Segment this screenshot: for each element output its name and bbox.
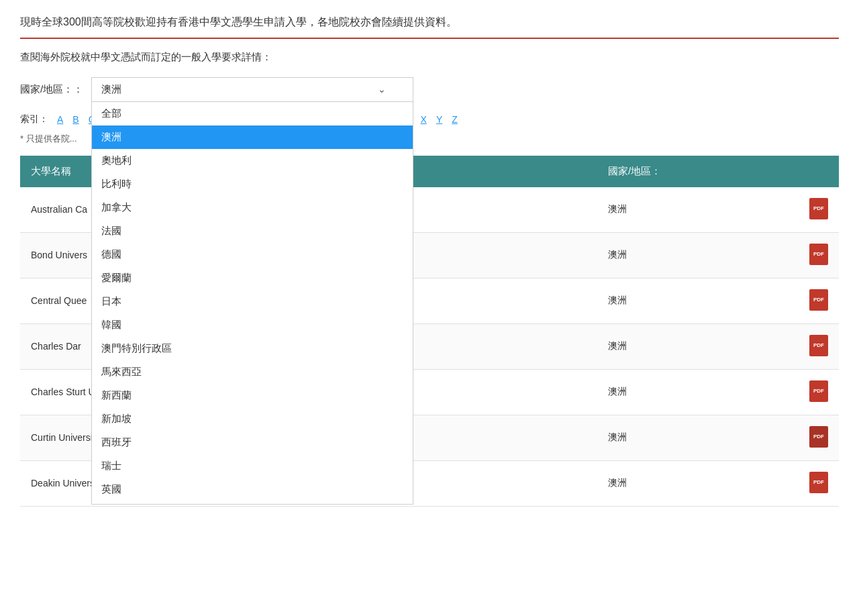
country-cell: 澳洲 xyxy=(597,323,799,369)
pdf-cell xyxy=(799,323,839,369)
pdf-icon[interactable] xyxy=(809,426,828,448)
pdf-cell xyxy=(799,369,839,415)
index-label: 索引： xyxy=(20,113,48,125)
dropdown-item[interactable]: 愛爾蘭 xyxy=(92,266,413,290)
pdf-icon[interactable] xyxy=(809,472,828,493)
sub-text: 查閱海外院校就中學文憑試而訂定的一般入學要求詳情： xyxy=(20,51,839,64)
dropdown-item[interactable]: 英國 xyxy=(92,478,413,501)
pdf-cell xyxy=(799,278,839,323)
pdf-cell xyxy=(799,232,839,278)
dropdown-item[interactable]: 奧地利 xyxy=(92,149,413,172)
dropdown-item[interactable]: 美國 xyxy=(92,501,413,505)
dropdown-item[interactable]: 法國 xyxy=(92,219,413,243)
index-letter-y[interactable]: Y xyxy=(433,113,446,126)
pdf-icon[interactable] xyxy=(809,335,828,356)
dropdown-item[interactable]: 澳洲 xyxy=(92,125,413,149)
dropdown-item[interactable]: 德國 xyxy=(92,243,413,266)
page-wrapper: 現時全球300間高等院校歡迎持有香港中學文憑學生申請入學，各地院校亦會陸續提供資… xyxy=(0,0,859,520)
index-letter-x[interactable]: X xyxy=(417,113,430,126)
dropdown-item[interactable]: 新西蘭 xyxy=(92,384,413,407)
country-cell: 澳洲 xyxy=(597,369,799,415)
dropdown-item[interactable]: 瑞士 xyxy=(92,454,413,478)
country-cell: 澳洲 xyxy=(597,415,799,460)
dropdown-item[interactable]: 日本 xyxy=(92,290,413,313)
col-header-pdf xyxy=(799,156,839,187)
pdf-cell xyxy=(799,415,839,460)
dropdown-item[interactable]: 比利時 xyxy=(92,172,413,196)
dropdown-item[interactable]: 西班牙 xyxy=(92,431,413,454)
index-letter-a[interactable]: A xyxy=(54,113,66,126)
country-cell: 澳洲 xyxy=(597,278,799,323)
dropdown-item[interactable]: 韓國 xyxy=(92,313,413,337)
announcement-text: 現時全球300間高等院校歡迎持有香港中學文憑學生申請入學，各地院校亦會陸續提供資… xyxy=(20,13,839,39)
filter-label: 國家/地區：： xyxy=(20,83,83,96)
country-dropdown[interactable]: 全部澳洲奧地利比利時加拿大法國德國愛爾蘭日本韓國澳門特別行政區馬來西亞新西蘭新加… xyxy=(91,102,413,505)
index-letter-b[interactable]: B xyxy=(69,113,82,126)
index-letter-z[interactable]: Z xyxy=(448,113,461,126)
selected-country-label: 澳洲 xyxy=(101,83,121,96)
pdf-icon[interactable] xyxy=(809,198,828,219)
pdf-icon[interactable] xyxy=(809,380,828,402)
country-cell: 澳洲 xyxy=(597,232,799,278)
dropdown-item[interactable]: 新加坡 xyxy=(92,407,413,431)
pdf-cell xyxy=(799,187,839,233)
country-cell: 澳洲 xyxy=(597,187,799,233)
pdf-icon[interactable] xyxy=(809,289,828,311)
col-header-country: 國家/地區： xyxy=(597,156,799,187)
country-select-wrapper: 澳洲 ⌄ 全部澳洲奧地利比利時加拿大法國德國愛爾蘭日本韓國澳門特別行政區馬來西亞… xyxy=(91,77,413,102)
filter-row: 國家/地區：： 澳洲 ⌄ 全部澳洲奧地利比利時加拿大法國德國愛爾蘭日本韓國澳門特… xyxy=(20,77,839,102)
dropdown-item[interactable]: 澳門特別行政區 xyxy=(92,337,413,360)
dropdown-item[interactable]: 加拿大 xyxy=(92,196,413,219)
country-select[interactable]: 澳洲 ⌄ xyxy=(91,77,413,102)
dropdown-item[interactable]: 馬來西亞 xyxy=(92,360,413,384)
pdf-icon[interactable] xyxy=(809,244,828,265)
country-cell: 澳洲 xyxy=(597,460,799,506)
dropdown-item[interactable]: 全部 xyxy=(92,102,413,125)
chevron-down-icon: ⌄ xyxy=(378,84,386,95)
pdf-cell xyxy=(799,460,839,506)
